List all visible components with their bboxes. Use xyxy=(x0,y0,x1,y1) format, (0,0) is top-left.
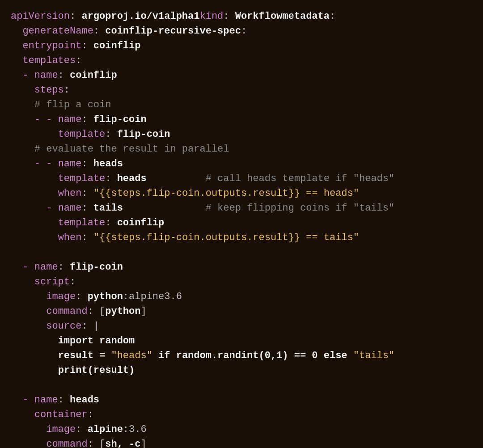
code-token xyxy=(11,335,58,347)
code-token: : xyxy=(76,291,87,302)
code-token xyxy=(11,25,22,37)
code-token xyxy=(11,173,58,184)
code-token xyxy=(11,424,46,435)
code-token: source xyxy=(46,321,81,332)
code-token: template xyxy=(58,217,106,228)
code-token: - xyxy=(22,394,28,406)
code-token xyxy=(11,144,34,155)
code-token xyxy=(11,291,46,302)
code-token: Workflowmetadata xyxy=(235,11,330,22)
code-line: - - name: heads xyxy=(11,156,472,171)
code-token xyxy=(11,409,34,420)
code-line: when: "{{steps.flip-coin.outputs.result}… xyxy=(11,186,472,201)
code-line: when: "{{steps.flip-coin.outputs.result}… xyxy=(11,230,472,245)
code-token: import random xyxy=(58,335,135,347)
code-token: # flip a coin xyxy=(34,99,111,110)
code-line: template: coinflip xyxy=(11,216,472,230)
code-token: generateName xyxy=(22,25,93,37)
code-token: coinflip xyxy=(70,70,117,81)
code-token: name xyxy=(58,158,82,169)
code-token: command xyxy=(46,439,87,448)
code-line: - - name: flip-coin xyxy=(11,112,472,127)
code-token xyxy=(147,173,206,184)
code-token: ] xyxy=(140,439,146,448)
code-line: template: flip-coin xyxy=(11,127,472,142)
code-token xyxy=(11,276,34,287)
code-token xyxy=(52,114,58,125)
code-token: when xyxy=(58,188,82,199)
code-token: : xyxy=(81,158,93,169)
code-line: result = "heads" if random.randint(0,1) … xyxy=(11,348,472,363)
code-token: - xyxy=(46,203,52,214)
code-token xyxy=(11,40,22,51)
code-token: result = xyxy=(58,350,111,361)
code-token xyxy=(11,321,46,332)
code-token xyxy=(11,188,58,199)
code-token: : xyxy=(81,188,93,199)
code-line: template: heads # call heads template if… xyxy=(11,171,472,186)
code-line: - name: heads xyxy=(11,393,472,407)
code-token: : [ xyxy=(88,439,106,448)
code-token xyxy=(52,203,58,214)
code-token: - - xyxy=(34,158,52,169)
code-token xyxy=(11,70,22,81)
code-token: # call heads template if "heads" xyxy=(206,173,394,184)
code-token: "{{steps.flip-coin.outputs.result}} == h… xyxy=(93,188,359,199)
code-token: apiVersion xyxy=(11,11,70,22)
code-token: name xyxy=(58,203,82,214)
code-token xyxy=(29,262,34,273)
code-token: name xyxy=(34,262,58,273)
code-token: steps xyxy=(34,85,64,96)
code-token: : xyxy=(76,424,87,435)
code-line: templates: xyxy=(11,53,472,68)
code-token: flip-coin xyxy=(70,262,123,273)
code-line: import random xyxy=(11,334,472,348)
code-token: tails xyxy=(93,203,123,214)
code-token: container xyxy=(34,409,88,420)
code-token: python xyxy=(88,291,123,302)
code-line: script: xyxy=(11,275,472,289)
code-token: : xyxy=(81,40,93,51)
code-token xyxy=(11,365,58,376)
code-token: kind xyxy=(199,11,223,22)
code-line xyxy=(11,245,472,260)
code-token xyxy=(11,99,34,110)
code-line: image: alpine:3.6 xyxy=(11,422,472,437)
code-token: # evaluate the result in parallel xyxy=(34,144,229,155)
code-token xyxy=(11,217,58,228)
code-token: 3.6 xyxy=(129,424,147,435)
code-token: : xyxy=(58,262,70,273)
code-token: template xyxy=(58,129,106,140)
code-token xyxy=(11,203,46,214)
code-token: - xyxy=(22,262,28,273)
code-token: script xyxy=(34,276,70,287)
code-token: : xyxy=(105,129,117,140)
code-token: ] xyxy=(140,306,146,317)
code-token xyxy=(123,203,206,214)
code-token: : xyxy=(241,25,247,37)
code-token: entrypoint xyxy=(22,40,81,51)
code-token: # keep flipping coins if "tails" xyxy=(206,203,394,214)
code-token xyxy=(29,394,34,406)
code-token: : xyxy=(64,85,70,96)
code-token: when xyxy=(58,232,82,243)
code-token xyxy=(11,262,22,273)
code-editor: apiVersion: argoproj.io/v1alpha1kind: Wo… xyxy=(11,9,472,448)
code-line: - name: flip-coin xyxy=(11,260,472,275)
code-line: image: python:alpine3.6 xyxy=(11,289,472,304)
code-line xyxy=(11,378,472,393)
code-line: command: [sh, -c] xyxy=(11,437,472,448)
code-token: : xyxy=(70,11,81,22)
code-line: container: xyxy=(11,407,472,422)
code-token: sh, -c xyxy=(105,439,140,448)
code-token xyxy=(29,70,34,81)
code-token: image xyxy=(46,291,76,302)
code-line: command: [python] xyxy=(11,304,472,319)
code-token: : xyxy=(93,25,105,37)
code-line: apiVersion: argoproj.io/v1alpha1kind: Wo… xyxy=(11,9,472,24)
code-token: : xyxy=(105,173,117,184)
code-token: - - xyxy=(34,114,52,125)
code-token: : xyxy=(330,11,335,22)
code-token: image xyxy=(46,424,76,435)
code-token: heads xyxy=(117,173,147,184)
